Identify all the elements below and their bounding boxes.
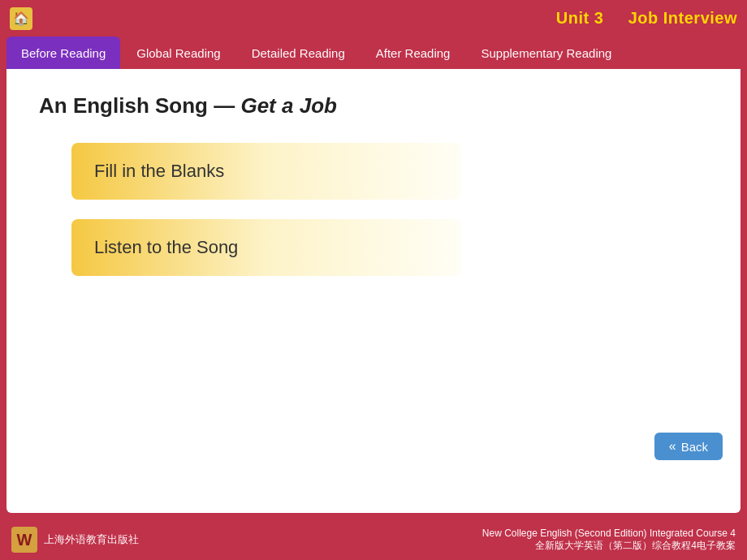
back-arrow-icon: « — [669, 439, 676, 454]
home-symbol: 🏠 — [13, 11, 29, 26]
back-button[interactable]: « Back — [654, 433, 723, 460]
tab-supplementary-reading[interactable]: Supplementary Reading — [466, 37, 626, 69]
publisher-logo: W 上海外语教育出版社 — [11, 527, 139, 553]
back-label: Back — [681, 440, 708, 454]
listen-song-button[interactable]: Listen to the Song — [71, 219, 461, 276]
title-italic: Get a Job — [240, 93, 336, 118]
title-text: Job Interview — [628, 9, 737, 27]
publisher-text: 上海外语教育出版社 — [44, 532, 139, 547]
tab-before-reading[interactable]: Before Reading — [6, 37, 120, 69]
tab-detailed-reading[interactable]: Detailed Reading — [237, 37, 360, 69]
main-content: An English Song — Get a Job Fill in the … — [6, 69, 741, 513]
back-button-wrap: « Back — [654, 433, 723, 460]
bottom-right-info: New College English (Second Edition) Int… — [482, 528, 736, 553]
home-icon[interactable]: 🏠 — [10, 7, 32, 30]
outer-frame: 🏠 Unit 3 Job Interview Before Reading Gl… — [0, 0, 747, 560]
title-prefix: An English Song — — [39, 93, 240, 118]
tab-global-reading[interactable]: Global Reading — [122, 37, 235, 69]
listen-song-label: Listen to the Song — [94, 237, 238, 257]
publisher-icon: W — [11, 527, 37, 553]
content-title: An English Song — Get a Job — [39, 93, 708, 118]
bottom-bar: W 上海外语教育出版社 New College English (Second … — [0, 519, 747, 560]
top-bar: 🏠 Unit 3 Job Interview — [0, 0, 747, 37]
info-line1: New College English (Second Edition) Int… — [482, 528, 736, 539]
info-line2: 全新版大学英语（第二版）综合教程4电子教案 — [482, 539, 736, 553]
tab-after-reading[interactable]: After Reading — [361, 37, 465, 69]
fill-blanks-button[interactable]: Fill in the Blanks — [71, 143, 461, 200]
top-bar-left: 🏠 — [10, 7, 32, 30]
top-bar-title: Unit 3 Job Interview — [556, 9, 737, 28]
unit-label: Unit 3 — [556, 9, 604, 27]
fill-blanks-label: Fill in the Blanks — [94, 161, 224, 181]
tab-bar: Before Reading Global Reading Detailed R… — [0, 37, 747, 69]
